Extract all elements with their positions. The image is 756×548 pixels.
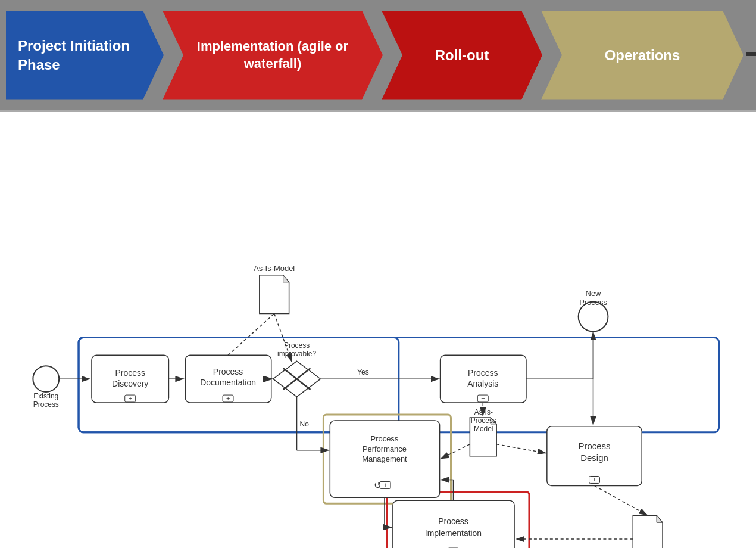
svg-marker-5 [657, 515, 663, 522]
svg-line-40 [595, 485, 648, 515]
svg-marker-3 [283, 275, 289, 282]
continuation-arrow [746, 42, 756, 68]
phase-implementation-label: Implementation (agile or waterfall) [192, 38, 353, 72]
process-performance-label-1: Process [371, 434, 399, 443]
main-diagram: As-Is-Model To-Be- Process model As-Is- … [0, 110, 756, 548]
svg-text:+: + [593, 476, 596, 483]
process-performance-label-3: Management [362, 454, 407, 463]
process-design-label-1: Process [579, 441, 611, 451]
svg-text:+: + [226, 395, 230, 402]
process-design-label-2: Design [580, 453, 608, 463]
process-documentation-label-2: Documentation [200, 378, 256, 387]
process-discovery-label-2: Discovery [112, 379, 148, 388]
as-is-model-document [260, 275, 289, 314]
phase-operations-label: Operations [605, 46, 680, 64]
process-analysis-label-2: Analysis [467, 379, 498, 388]
svg-line-35 [441, 444, 470, 459]
new-process-label-1: New [586, 289, 602, 298]
as-is-model-label: As-Is-Model [254, 264, 295, 273]
as-is-process-model-label-3: Model [474, 425, 493, 433]
phase-rollout-label: Roll-out [435, 46, 489, 64]
as-is-process-model-label-1: As-Is- [474, 408, 493, 416]
phase-implementation: Implementation (agile or waterfall) [163, 11, 383, 100]
process-analysis-label-1: Process [468, 368, 498, 378]
as-is-process-model-label-2: Process [471, 416, 496, 425]
svg-text:+: + [481, 395, 485, 402]
existing-process-event [33, 366, 59, 392]
svg-text:+: + [129, 395, 132, 402]
new-process-label-2: Process [579, 298, 607, 307]
phase-initiation: Project Initiation Phase [6, 11, 164, 100]
gateway-improvable-label-1: Process [284, 341, 310, 350]
process-implementation-label-1: Process [438, 516, 468, 526]
svg-text:Yes: Yes [357, 368, 369, 376]
existing-process-label-2: Process [33, 400, 59, 409]
phase-operations: Operations [541, 11, 743, 100]
phase-initiation-label: Project Initiation Phase [18, 36, 134, 73]
to-be-model-document [633, 515, 663, 548]
process-performance-label-2: Performance [363, 444, 407, 453]
process-documentation-label-1: Process [213, 367, 243, 376]
phase-rollout: Roll-out [382, 11, 542, 100]
svg-text:+: + [383, 481, 387, 488]
header: Project Initiation Phase Implementation … [0, 0, 756, 110]
existing-process-label-1: Existing [33, 392, 58, 400]
svg-line-36 [496, 444, 546, 453]
process-discovery-label-1: Process [115, 368, 145, 378]
svg-line-27 [228, 314, 274, 356]
process-implementation-label-2: Implementation [425, 528, 482, 538]
gateway-improvable-label-2: improvable? [277, 350, 316, 358]
svg-text:No: No [300, 420, 310, 428]
